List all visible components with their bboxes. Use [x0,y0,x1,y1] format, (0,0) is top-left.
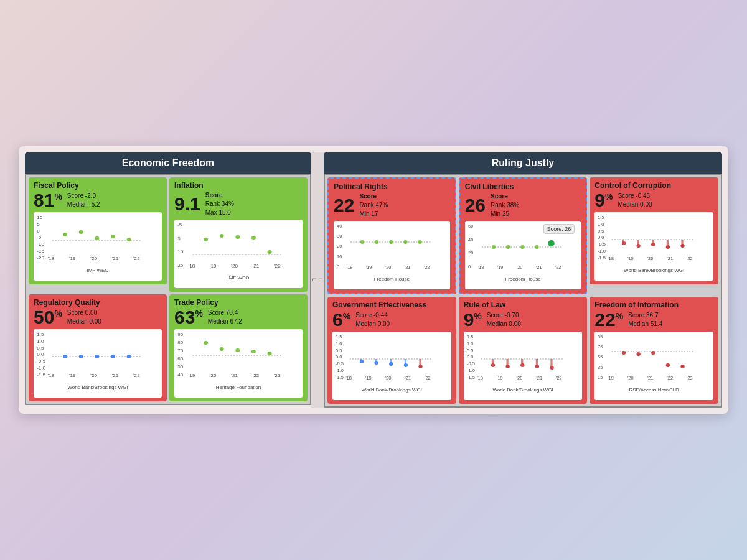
svg-text:'20: '20 [231,264,238,269]
card-big-num-trade-policy: 63% [174,308,203,327]
svg-text:20: 20 [337,245,342,250]
svg-point-148 [404,363,408,367]
card-title-rule-of-law: Rule of Law [464,301,583,309]
svg-text:0.5: 0.5 [336,348,342,353]
chart-area-regulatory-quality: 1.51.00.50.0-0.5-1.0-1.5 '18'19'20'21'22… [34,329,162,398]
svg-text:15: 15 [177,250,183,254]
svg-text:'21: '21 [647,376,654,381]
svg-text:0: 0 [37,228,40,233]
svg-text:25: 25 [177,263,183,268]
svg-point-145 [360,360,364,363]
svg-text:0.5: 0.5 [467,348,473,353]
svg-text:-1.5: -1.5 [37,373,45,378]
card-control-of-corruption: Control of Corruption 9% Score -0.46 Med… [590,177,718,284]
card-title-control-of-corruption: Control of Corruption [594,181,713,190]
chart-source-civil-liberties: Freedom House [467,276,579,282]
svg-point-149 [418,365,422,368]
svg-text:'22: '22 [133,373,140,378]
svg-text:'23: '23 [274,373,281,378]
chart-source-rule-of-law: World Bank/Brookings WGI [466,387,580,393]
svg-text:1.0: 1.0 [467,341,473,347]
svg-point-32 [268,250,272,254]
svg-text:-5: -5 [37,235,41,240]
svg-text:'18: '18 [347,265,353,270]
chart-source-freedom-of-information: RSF/Access Now/CLD [597,387,711,393]
chart-source-fiscal-policy: IMF WEO [36,268,159,273]
svg-text:'21: '21 [253,264,260,269]
card-score-row-inflation: 9.1 Score Rank 34% Max 15.0 [174,191,303,217]
civil-liberties-card: Civil Liberties 26 Score Rank 38% Min 25… [459,177,588,294]
svg-text:60: 60 [177,357,183,362]
svg-point-184 [622,351,626,355]
svg-text:'19: '19 [497,265,503,270]
svg-text:-0.5: -0.5 [598,242,606,248]
svg-text:'20: '20 [90,256,97,261]
dashboard: Economic Freedom Fiscal Policy 81% Score… [19,146,728,414]
svg-text:40: 40 [177,373,183,378]
control-corruption-card: Control of Corruption 9% Score -0.46 Med… [590,177,718,294]
section-divider: IL [311,152,324,408]
svg-text:40: 40 [337,224,342,229]
card-big-num-civil-liberties: 26 [465,196,486,215]
svg-text:'19: '19 [627,256,634,261]
card-trade-policy: Trade Policy 63% Score 70.4 Median 67.2 … [169,294,308,401]
svg-text:1.5: 1.5 [598,215,604,220]
card-title-freedom-of-information: Freedom of Information [594,301,713,309]
svg-point-123 [637,244,641,248]
card-meta-government-effectiveness: Score -0.44 Median 0.00 [355,311,390,329]
svg-text:'19: '19 [366,265,372,270]
svg-text:'20: '20 [385,265,392,270]
card-big-num-control-of-corruption: 9% [594,191,613,210]
svg-text:'19: '19 [365,376,372,381]
svg-text:'20: '20 [516,265,522,270]
svg-text:1.5: 1.5 [336,335,342,340]
chart-source-trade-policy: Heritage Foundation [177,385,300,390]
svg-text:1.0: 1.0 [336,341,342,347]
svg-text:0.5: 0.5 [37,346,44,351]
svg-text:'19: '19 [69,256,76,261]
svg-point-53 [95,355,99,358]
svg-point-168 [491,363,494,367]
card-civil-liberties: Civil Liberties 26 Score Rank 38% Min 25… [459,177,588,294]
card-title-regulatory-quality: Regulatory Quality [34,298,162,307]
svg-point-17 [127,238,131,241]
svg-text:'18: '18 [189,264,195,269]
economic-freedom-section: Economic Freedom Fiscal Policy 81% Score… [25,152,311,408]
card-score-row-control-of-corruption: 9% Score -0.46 Median 0.00 [594,191,713,210]
svg-point-13 [63,233,67,236]
chart-source-political-rights: Freedom House [336,276,448,282]
svg-point-54 [111,355,115,358]
svg-point-88 [418,240,421,244]
svg-text:-1.5: -1.5 [598,255,606,261]
svg-text:'22: '22 [253,373,260,378]
card-regulatory-quality: Regulatory Quality 50% Score 0.00 Median… [29,294,167,401]
card-meta-inflation: Score Rank 34% Max 15.0 [205,191,234,217]
card-big-num-political-rights: 22 [334,196,354,215]
svg-point-171 [535,365,538,368]
svg-text:40: 40 [468,238,473,243]
svg-text:'22: '22 [425,376,431,381]
svg-text:'22: '22 [424,265,430,270]
economic-freedom-header: Economic Freedom [25,152,311,174]
svg-text:'19: '19 [608,376,614,381]
svg-text:0: 0 [337,264,339,269]
card-big-num-rule-of-law: 9% [464,310,482,329]
svg-text:'19: '19 [497,376,503,381]
card-fiscal-policy: Fiscal Policy 81% Score -2.0 Median -5.2… [29,177,167,284]
svg-point-55 [127,355,131,358]
svg-text:80: 80 [177,340,183,345]
svg-point-186 [651,351,655,355]
card-big-num-regulatory-quality: 50% [34,308,62,327]
svg-text:70: 70 [177,348,183,353]
svg-text:0.0: 0.0 [598,235,604,241]
svg-text:'22: '22 [555,265,561,270]
svg-text:30: 30 [337,234,342,239]
svg-point-28 [204,238,208,241]
government-effectiveness-card: Government Effectiveness 6% Score -0.44 … [327,297,456,404]
svg-point-101 [520,245,524,249]
svg-point-51 [63,355,67,358]
svg-text:'19: '19 [189,373,195,378]
chart-tooltip: Score: 26 [543,224,575,234]
card-score-row-fiscal-policy: 81% Score -2.0 Median -5.2 [34,191,162,210]
svg-text:-0.5: -0.5 [37,359,45,364]
